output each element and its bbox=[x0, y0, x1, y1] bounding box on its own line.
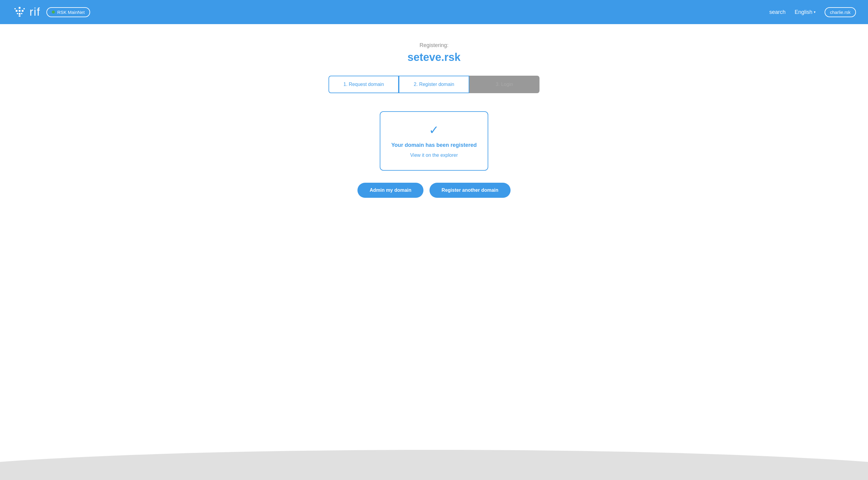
header: rif RSK MainNet search English ▾ charlie… bbox=[0, 0, 868, 24]
steps-container: 1. Request domain 2. Register domain 3. … bbox=[329, 76, 539, 93]
explorer-link[interactable]: View it on the explorer bbox=[410, 153, 458, 158]
network-dot bbox=[52, 10, 55, 13]
checkmark-icon: ✓ bbox=[429, 124, 439, 136]
register-another-domain-button[interactable]: Register another domain bbox=[430, 183, 510, 198]
header-right: search English ▾ charlie.rsk bbox=[770, 7, 856, 17]
step-login[interactable]: 3. Login bbox=[469, 76, 539, 93]
registering-label: Registering: bbox=[420, 42, 448, 49]
bottom-wave-decoration bbox=[0, 438, 868, 480]
svg-rect-9 bbox=[19, 16, 21, 17]
search-link[interactable]: search bbox=[770, 9, 786, 16]
logo-text: rif bbox=[30, 6, 40, 19]
step-request-domain[interactable]: 1. Request domain bbox=[329, 76, 399, 93]
language-selector[interactable]: English ▾ bbox=[795, 9, 815, 16]
step-3-label: 3. Login bbox=[496, 82, 513, 87]
step-register-domain[interactable]: 2. Register domain bbox=[399, 76, 469, 93]
network-label: RSK MainNet bbox=[57, 10, 85, 15]
svg-rect-7 bbox=[17, 13, 18, 14]
step-2-label: 2. Register domain bbox=[414, 82, 454, 87]
domain-name: seteve.rsk bbox=[407, 51, 461, 64]
main-content: Registering: seteve.rsk 1. Request domai… bbox=[0, 24, 868, 480]
svg-rect-8 bbox=[21, 13, 22, 14]
svg-rect-2 bbox=[19, 13, 21, 15]
svg-rect-6 bbox=[24, 8, 25, 9]
step-1-label: 1. Request domain bbox=[344, 82, 384, 87]
svg-rect-4 bbox=[22, 10, 24, 12]
language-label: English bbox=[795, 9, 812, 16]
success-card: ✓ Your domain has been registered View i… bbox=[380, 111, 488, 171]
svg-point-10 bbox=[0, 450, 868, 480]
network-badge[interactable]: RSK MainNet bbox=[46, 7, 90, 17]
admin-my-domain-button[interactable]: Admin my domain bbox=[358, 183, 424, 198]
success-title: Your domain has been registered bbox=[391, 142, 477, 148]
logo-icon bbox=[12, 4, 27, 20]
svg-rect-0 bbox=[19, 7, 21, 9]
logo[interactable]: rif bbox=[12, 4, 40, 20]
action-buttons: Admin my domain Register another domain bbox=[358, 183, 510, 198]
user-badge[interactable]: charlie.rsk bbox=[825, 7, 856, 17]
header-left: rif RSK MainNet bbox=[12, 4, 90, 20]
svg-rect-5 bbox=[14, 8, 16, 9]
chevron-down-icon: ▾ bbox=[814, 10, 815, 14]
svg-rect-3 bbox=[16, 10, 18, 12]
svg-rect-1 bbox=[19, 10, 21, 12]
